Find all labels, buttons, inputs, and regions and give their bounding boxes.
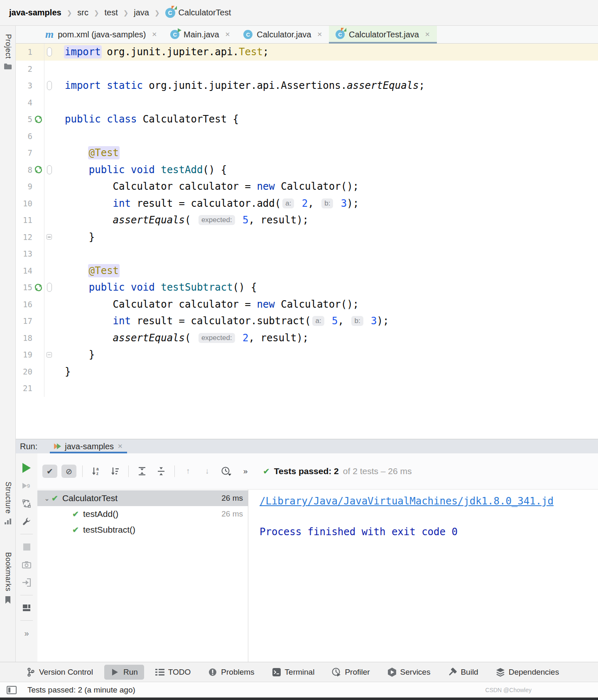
close-icon[interactable]: ✕	[225, 31, 230, 38]
test-settings-button[interactable]	[21, 516, 32, 527]
run-test-gutter-button[interactable]	[32, 115, 44, 124]
toolbar-more-button[interactable]: »	[238, 465, 253, 478]
test-tree-row[interactable]: ⌄✔CalculatorTest26 ms	[37, 490, 248, 506]
tool-window-button-structure[interactable]: Structure	[0, 482, 16, 525]
bottom-bar-item-profiler[interactable]: Profiler	[326, 665, 376, 680]
show-passed-button[interactable]: ✔	[42, 465, 57, 478]
run-console[interactable]: /Library/Java/JavaVirtualMachines/jdk1.8…	[249, 489, 598, 662]
chevron-down-icon[interactable]: ⌄	[42, 494, 51, 502]
editor-tab[interactable]: CCalculator.java✕	[237, 26, 329, 43]
code-editor[interactable]: 1import org.junit.jupiter.api.Test;23imp…	[16, 44, 598, 439]
fold-marker[interactable]	[44, 44, 54, 61]
check-icon: ✔	[47, 467, 53, 476]
code-line[interactable]: 13	[16, 245, 598, 262]
run-test-gutter-button[interactable]	[32, 283, 44, 292]
thread-dump-button[interactable]	[21, 559, 32, 570]
bottom-bar-item-problems[interactable]: Problems	[202, 665, 260, 680]
rerun-failed-button[interactable]: 9	[21, 480, 32, 491]
svg-text:a: a	[96, 467, 99, 471]
code-line[interactable]: 21	[16, 380, 598, 397]
code-line[interactable]: 4	[16, 94, 598, 111]
fold-marker[interactable]	[44, 279, 54, 296]
jdk-path-link[interactable]: /Library/Java/JavaVirtualMachines/jdk1.8…	[260, 495, 554, 507]
code-line[interactable]: 10 int result = calculator.add(a: 2, b: …	[16, 195, 598, 212]
rerun-auto-button[interactable]	[21, 498, 32, 509]
class-icon: C	[170, 30, 179, 39]
code-line[interactable]: 14 @Test	[16, 262, 598, 279]
play-icon	[111, 668, 119, 676]
line-number: 12	[16, 233, 32, 242]
editor-tab[interactable]: CMain.java✕	[164, 26, 237, 43]
breadcrumb-item[interactable]: java-samples	[9, 8, 61, 17]
breadcrumb-item[interactable]: src	[77, 8, 88, 17]
bottom-bar-item-dependencies[interactable]: Dependencies	[490, 665, 565, 680]
run-panel-header: Run: java-samples ✕	[16, 439, 598, 453]
fold-marker[interactable]	[44, 162, 54, 179]
expand-all-button[interactable]	[135, 465, 150, 478]
tool-window-toggle-icon[interactable]	[7, 686, 17, 694]
bottom-bar-item-terminal[interactable]: Terminal	[266, 665, 321, 680]
bookmarks-label: Bookmarks	[4, 552, 12, 592]
breadcrumb-item[interactable]: CCalculatorTest	[165, 8, 231, 18]
layout-settings-button[interactable]	[21, 602, 32, 613]
code-line[interactable]: 15 public void testSubtract() {	[16, 279, 598, 296]
test-decoration-icon	[172, 6, 177, 11]
close-icon[interactable]: ✕	[317, 31, 322, 38]
fold-marker[interactable]	[44, 229, 54, 246]
tool-window-button-bookmarks[interactable]: Bookmarks	[0, 552, 16, 604]
code-line[interactable]: 2	[16, 61, 598, 78]
more-options-button[interactable]: »	[21, 628, 32, 639]
fold-marker[interactable]	[44, 346, 54, 363]
code-line[interactable]: 6	[16, 128, 598, 145]
sort-by-duration-button[interactable]	[108, 465, 123, 478]
line-number: 6	[16, 132, 32, 141]
code-line[interactable]: 16 Calculator calculator = new Calculato…	[16, 296, 598, 313]
bottom-bar-item-version-control[interactable]: Version Control	[20, 665, 99, 680]
show-ignored-button[interactable]: ⊘	[61, 465, 76, 478]
close-icon[interactable]: ✕	[425, 31, 430, 38]
bottom-tool-window-bar: Version ControlRunTODOProblemsTerminalPr…	[0, 662, 598, 682]
code-line[interactable]: 7 @Test	[16, 144, 598, 162]
code-line[interactable]: 3import static org.junit.jupiter.api.Ass…	[16, 77, 598, 94]
previous-failed-button[interactable]: ↑	[181, 465, 196, 478]
line-number: 5	[16, 115, 32, 124]
tool-window-button-project[interactable]: Project	[0, 34, 16, 70]
bottom-bar-item-build[interactable]: Build	[441, 665, 484, 680]
clock-history-icon	[221, 466, 232, 476]
stop-button[interactable]	[21, 541, 32, 552]
close-icon[interactable]: ✕	[118, 443, 123, 450]
collapse-all-button[interactable]	[154, 465, 169, 478]
code-line[interactable]: 18 assertEquals( expected: 2, result);	[16, 330, 598, 347]
code-line[interactable]: 11 assertEquals( expected: 5, result);	[16, 212, 598, 229]
fold-marker[interactable]	[44, 77, 54, 94]
test-tree-row[interactable]: ✔testSubtract()	[37, 522, 248, 538]
editor-tab[interactable]: CCalculatorTest.java✕	[329, 26, 437, 43]
run-test-gutter-button[interactable]	[32, 165, 44, 174]
next-failed-button[interactable]: ↓	[200, 465, 215, 478]
code-line[interactable]: 19 }	[16, 346, 598, 363]
code-line[interactable]: 8 public void testAdd() {	[16, 162, 598, 179]
fold-open-icon	[47, 283, 52, 292]
code-line[interactable]: 5 public class CalculatorTest {	[16, 111, 598, 128]
bottom-bar-label: Problems	[221, 668, 254, 677]
breadcrumb-item[interactable]: test	[104, 8, 118, 17]
code-line[interactable]: 12 }	[16, 229, 598, 246]
code-line[interactable]: 20}	[16, 363, 598, 380]
code-text: }	[54, 363, 598, 380]
import-results-button[interactable]	[21, 577, 32, 588]
bottom-bar-item-run[interactable]: Run	[104, 665, 144, 680]
breadcrumb-item[interactable]: java	[134, 8, 149, 17]
code-line[interactable]: 17 int result = calculator.subtract(a: 5…	[16, 313, 598, 330]
bottom-bar-item-services[interactable]: Services	[381, 665, 437, 680]
editor-tab[interactable]: mpom.xml (java-samples)✕	[39, 26, 164, 43]
code-line[interactable]: 9 Calculator calculator = new Calculator…	[16, 178, 598, 195]
test-history-button[interactable]	[219, 465, 234, 478]
bottom-bar-item-todo[interactable]: TODO	[149, 665, 197, 680]
sort-alphabetically-button[interactable]: az	[88, 465, 103, 478]
code-line[interactable]: 1import org.junit.jupiter.api.Test;	[16, 44, 598, 61]
run-config-tab[interactable]: java-samples ✕	[50, 439, 127, 453]
bottom-bar-label: TODO	[168, 668, 191, 677]
test-tree-row[interactable]: ✔testAdd()26 ms	[37, 506, 248, 522]
rerun-button[interactable]	[21, 463, 32, 473]
close-icon[interactable]: ✕	[152, 31, 157, 38]
